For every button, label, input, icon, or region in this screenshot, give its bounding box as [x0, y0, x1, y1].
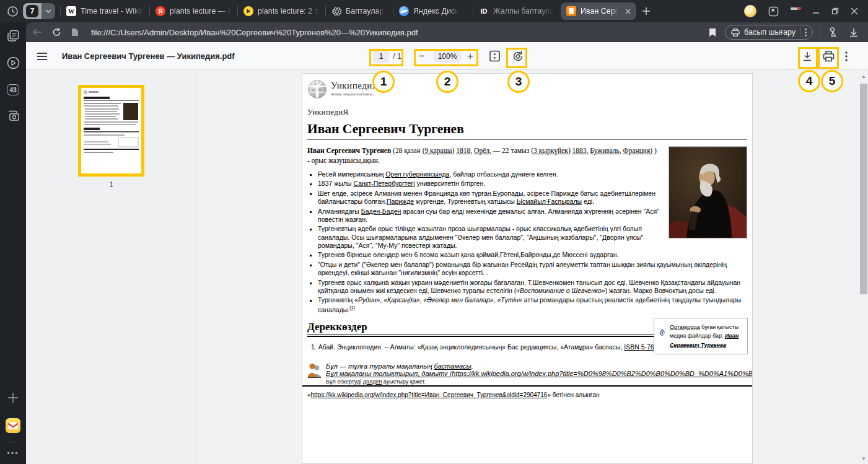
- page-number-input[interactable]: 1: [373, 42, 389, 70]
- article-link[interactable]: Парижде: [387, 198, 414, 205]
- tab-time-travel[interactable]: W Time travel - Wikip: [61, 0, 149, 22]
- article-link[interactable]: Бұл мақаланы толықтырып, дамыту (https:/…: [326, 370, 752, 377]
- history-clock-icon[interactable]: [7, 6, 18, 17]
- more-panels-icon[interactable]: •••: [7, 449, 19, 458]
- minimize-button[interactable]: [812, 7, 820, 15]
- bookmark-icon[interactable]: [709, 28, 716, 37]
- player-icon[interactable]: [7, 56, 20, 69]
- collections-icon[interactable]: [827, 27, 838, 37]
- article-link[interactable]: Санкт-Петербургтегі: [353, 180, 414, 187]
- text-segment: , байлар отбасында дүниеге келген.: [449, 170, 558, 178]
- pdf-more-options-icon[interactable]: [845, 42, 848, 70]
- rotate-icon[interactable]: [512, 42, 524, 70]
- article-link[interactable]: Баден-Баден: [361, 208, 401, 215]
- article-link[interactable]: Орел губерниясында: [385, 170, 449, 178]
- profile-avatar[interactable]: [744, 5, 756, 17]
- page-thumbnail[interactable]: [78, 85, 144, 177]
- text-segment: «Рудин»: [354, 296, 380, 304]
- tab-turgenev-pdf-active[interactable]: Иван Сергееви: [561, 2, 636, 20]
- close-window-button[interactable]: [851, 7, 858, 15]
- screenshot-icon[interactable]: [7, 110, 20, 121]
- article-link[interactable]: 3 қыркүйек: [533, 147, 568, 154]
- commons-text: Ортаққорда бұған қатысты медиа файлдар б…: [670, 323, 742, 349]
- pdf-page: W И 维 УикипедиЯ Ашық энциклопедиясы Уики…: [302, 73, 753, 464]
- tab-yandex-disk[interactable]: Яндекс Диск: [393, 0, 473, 22]
- article-link[interactable]: Ортаққорда: [670, 324, 700, 330]
- thumbnail-page-number: 1: [78, 180, 144, 189]
- text-segment: еді.: [582, 198, 594, 205]
- url-text[interactable]: file:///C:/Users/Admin/Desktop/Иван%20Се…: [91, 28, 701, 37]
- tab-plants-lecture-video[interactable]: plants lecture: 2 ть: [238, 0, 325, 22]
- download-icon[interactable]: [849, 28, 858, 37]
- article-link[interactable]: бастамасы: [434, 362, 471, 370]
- print-page-button[interactable]: басып шығару: [725, 25, 813, 40]
- print-page-label: басып шығару: [744, 28, 796, 37]
- back-icon[interactable]: [32, 28, 42, 37]
- restore-button[interactable]: [831, 7, 839, 15]
- article-link[interactable]: 1818: [456, 147, 470, 154]
- text-segment: "Отцы и дети" ("Әкелер мен балалар") ром…: [318, 261, 727, 276]
- tab-settings[interactable]: Баптаулар: [326, 0, 393, 22]
- article-link[interactable]: Франция: [623, 147, 651, 154]
- callout-number-3: 3: [507, 71, 530, 93]
- tab-counter-button[interactable]: 7: [23, 3, 55, 19]
- text-segment: «Қарсаңда»: [384, 296, 419, 304]
- yandex-mail-icon[interactable]: [6, 418, 20, 433]
- open-tabs-badge[interactable]: 43: [7, 84, 19, 95]
- zoom-level[interactable]: 100%: [432, 42, 462, 70]
- address-bar: file:///C:/Users/Admin/Desktop/Иван%20Се…: [26, 22, 868, 42]
- chevron-down-icon[interactable]: [42, 3, 55, 19]
- scroll-up-icon[interactable]: ▲: [859, 74, 868, 79]
- vertical-scrollbar[interactable]: ▲ ▼: [859, 70, 868, 464]
- browser-menu-icon[interactable]: [791, 7, 800, 15]
- print-options-icon[interactable]: [805, 28, 807, 37]
- pdf-download-icon[interactable]: [802, 42, 813, 70]
- file-icon: [71, 28, 79, 37]
- article-link[interactable]: 9 қараша: [424, 147, 452, 154]
- wikipedia-logo: W И 维: [307, 79, 327, 99]
- text-segment: ): [568, 147, 572, 154]
- text-segment: ) жазған. Марко Вовчоктың досы еді.: [605, 287, 716, 294]
- browser-window: 7 W Time travel - Wikip Я plants lecture…: [0, 0, 868, 464]
- stub-edit-link: Бұл мақаланы толықтырып, дамыту (https:/…: [326, 370, 752, 377]
- tab-general-settings[interactable]: ID Жалпы баптаулар: [473, 0, 559, 22]
- text-segment: «Түтін»: [497, 296, 522, 304]
- text-segment: Бұл ескертуді: [326, 379, 363, 385]
- zoom-out-button[interactable]: −: [419, 42, 425, 70]
- article-link[interactable]: Орёл: [474, 147, 489, 154]
- article-link[interactable]: [1]: [349, 305, 354, 310]
- side-panel-icon[interactable]: [768, 6, 779, 17]
- article-link[interactable]: https://kk.wikipedia.org/w/index.php?tit…: [311, 392, 548, 398]
- new-tab-button[interactable]: [642, 7, 651, 15]
- stub-notice: Бұл — тұлға туралы мақаланың бастамасы. …: [307, 362, 752, 385]
- reload-icon[interactable]: [52, 27, 61, 37]
- fit-page-icon[interactable]: [489, 42, 501, 70]
- tab-plants-lecture-search[interactable]: Я plants lecture — Я: [150, 0, 237, 22]
- close-tab-icon[interactable]: [625, 9, 631, 14]
- bullet-item: Тургеневтің «Рудин», «Қарсаңда», «Әкелер…: [318, 296, 747, 313]
- bullet-item: "Отцы и дети" ("Әкелер мен балалар") ром…: [318, 261, 747, 277]
- stub-line-1: Бұл — тұлға туралы мақаланың бастамасы.: [326, 362, 752, 370]
- pdf-print-icon[interactable]: [823, 42, 835, 70]
- article-link[interactable]: Буживаль: [590, 147, 619, 154]
- text-segment: жүргенде, Тургеневтың хатшысы: [414, 198, 517, 205]
- article-link[interactable]: дәлдеп: [363, 379, 382, 385]
- tab-count: 7: [26, 5, 38, 17]
- add-panel-icon[interactable]: [7, 392, 19, 403]
- article-link[interactable]: 1883: [572, 147, 587, 154]
- text-segment: Тургеневтың әдеби орыс тілінде жазылған …: [318, 225, 643, 248]
- scroll-down-icon[interactable]: ▼: [859, 456, 868, 462]
- tab-panels-icon[interactable]: [7, 30, 19, 42]
- text-segment: «Әкелер мен балалар»: [423, 296, 493, 304]
- page-footer: «https://kk.wikipedia.org/w/index.php?ti…: [307, 392, 600, 398]
- text-segment: Тургеневтің: [318, 296, 354, 304]
- article-link[interactable]: Ысмайыл Ғаспыралы: [517, 198, 582, 205]
- scrollbar-thumb[interactable]: [860, 84, 867, 294]
- pdf-menu-icon[interactable]: [37, 42, 47, 70]
- zoom-in-button[interactable]: +: [467, 42, 473, 70]
- pdf-toolbar: Иван Сергеевич Тургенев — Уикипедия.pdf …: [26, 42, 868, 70]
- thumbnails-panel: 1: [26, 70, 196, 464]
- text-segment: «Воспоминание о Шевченко»: [516, 287, 605, 294]
- gear-favicon: [331, 6, 341, 16]
- site-label: УикипедиЯ: [307, 107, 747, 117]
